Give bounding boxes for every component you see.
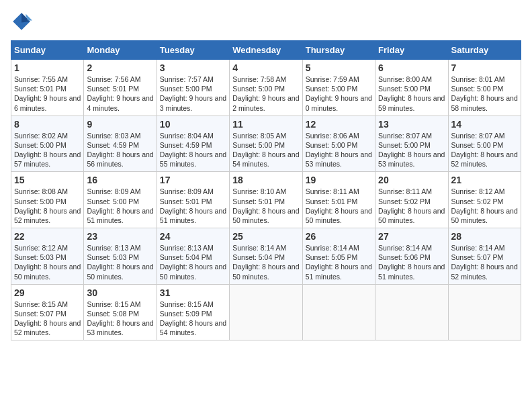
logo: [11, 11, 35, 32]
calendar-day-27: 27 Sunrise: 8:14 AM Sunset: 5:06 PM Dayl…: [375, 228, 448, 285]
day-number: 15: [14, 175, 81, 185]
day-number: 26: [306, 231, 372, 242]
day-info: Sunrise: 8:07 AM Sunset: 5:00 PM Dayligh…: [451, 131, 518, 169]
calendar-day-4: 4 Sunrise: 7:58 AM Sunset: 5:00 PM Dayli…: [230, 60, 302, 116]
day-info: Sunrise: 8:10 AM Sunset: 5:01 PM Dayligh…: [232, 187, 299, 225]
day-number: 29: [14, 287, 81, 298]
calendar-day-14: 14 Sunrise: 8:07 AM Sunset: 5:00 PM Dayl…: [448, 116, 521, 172]
day-number: 1: [14, 62, 81, 73]
calendar-day-10: 10 Sunrise: 8:04 AM Sunset: 4:59 PM Dayl…: [157, 116, 229, 172]
calendar-row: 22 Sunrise: 8:12 AM Sunset: 5:03 PM Dayl…: [11, 228, 521, 285]
column-header-saturday: Saturday: [448, 41, 521, 60]
day-info: Sunrise: 7:55 AM Sunset: 5:01 PM Dayligh…: [14, 75, 81, 113]
calendar-day-11: 11 Sunrise: 8:05 AM Sunset: 5:00 PM Dayl…: [230, 116, 302, 172]
day-info: Sunrise: 8:14 AM Sunset: 5:04 PM Dayligh…: [232, 243, 299, 281]
calendar-day-20: 20 Sunrise: 8:11 AM Sunset: 5:02 PM Dayl…: [375, 172, 448, 228]
day-number: 4: [232, 62, 299, 73]
day-number: 20: [378, 175, 445, 185]
day-number: 2: [87, 62, 153, 73]
day-info: Sunrise: 8:14 AM Sunset: 5:06 PM Dayligh…: [378, 243, 445, 281]
day-number: 28: [451, 231, 518, 242]
calendar-day-16: 16 Sunrise: 8:09 AM Sunset: 5:00 PM Dayl…: [84, 172, 157, 228]
day-info: Sunrise: 7:59 AM Sunset: 5:00 PM Dayligh…: [306, 75, 372, 113]
calendar-table: SundayMondayTuesdayWednesdayThursdayFrid…: [11, 40, 521, 340]
day-number: 19: [306, 175, 372, 185]
day-number: 27: [378, 231, 445, 242]
calendar-cell-empty: [302, 284, 375, 340]
day-number: 16: [87, 175, 153, 185]
calendar-day-23: 23 Sunrise: 8:13 AM Sunset: 5:03 PM Dayl…: [84, 228, 157, 285]
day-number: 21: [451, 175, 518, 185]
page-header: [11, 11, 521, 32]
day-number: 6: [378, 62, 445, 73]
day-info: Sunrise: 8:15 AM Sunset: 5:08 PM Dayligh…: [87, 300, 153, 338]
calendar-day-31: 31 Sunrise: 8:15 AM Sunset: 5:09 PM Dayl…: [157, 284, 229, 340]
day-info: Sunrise: 8:06 AM Sunset: 5:00 PM Dayligh…: [306, 131, 372, 169]
day-number: 22: [14, 231, 81, 242]
day-number: 11: [232, 119, 299, 130]
calendar-cell-empty: [448, 284, 521, 340]
calendar-body: 1 Sunrise: 7:55 AM Sunset: 5:01 PM Dayli…: [11, 60, 521, 340]
calendar-day-29: 29 Sunrise: 8:15 AM Sunset: 5:07 PM Dayl…: [11, 284, 84, 340]
calendar-day-21: 21 Sunrise: 8:12 AM Sunset: 5:02 PM Dayl…: [448, 172, 521, 228]
day-number: 10: [160, 119, 226, 130]
day-number: 5: [306, 62, 372, 73]
calendar-day-6: 6 Sunrise: 8:00 AM Sunset: 5:00 PM Dayli…: [375, 60, 448, 116]
calendar-day-30: 30 Sunrise: 8:15 AM Sunset: 5:08 PM Dayl…: [84, 284, 157, 340]
day-number: 3: [160, 62, 226, 73]
day-number: 30: [87, 287, 153, 298]
calendar-day-28: 28 Sunrise: 8:14 AM Sunset: 5:07 PM Dayl…: [448, 228, 521, 285]
day-info: Sunrise: 8:02 AM Sunset: 5:00 PM Dayligh…: [14, 131, 81, 169]
day-info: Sunrise: 8:00 AM Sunset: 5:00 PM Dayligh…: [378, 75, 445, 113]
day-info: Sunrise: 7:58 AM Sunset: 5:00 PM Dayligh…: [232, 75, 299, 113]
day-info: Sunrise: 8:04 AM Sunset: 4:59 PM Dayligh…: [160, 131, 226, 169]
calendar-cell-empty: [230, 284, 302, 340]
calendar-day-26: 26 Sunrise: 8:14 AM Sunset: 5:05 PM Dayl…: [302, 228, 375, 285]
calendar-day-3: 3 Sunrise: 7:57 AM Sunset: 5:00 PM Dayli…: [157, 60, 229, 116]
day-info: Sunrise: 8:11 AM Sunset: 5:02 PM Dayligh…: [378, 187, 445, 225]
column-header-friday: Friday: [375, 41, 448, 60]
calendar-day-5: 5 Sunrise: 7:59 AM Sunset: 5:00 PM Dayli…: [302, 60, 375, 116]
logo-icon: [11, 11, 32, 32]
day-info: Sunrise: 8:07 AM Sunset: 5:00 PM Dayligh…: [378, 131, 445, 169]
day-info: Sunrise: 8:03 AM Sunset: 4:59 PM Dayligh…: [87, 131, 153, 169]
calendar-cell-empty: [375, 284, 448, 340]
day-number: 14: [451, 119, 518, 130]
calendar-day-19: 19 Sunrise: 8:11 AM Sunset: 5:01 PM Dayl…: [302, 172, 375, 228]
day-info: Sunrise: 7:56 AM Sunset: 5:01 PM Dayligh…: [87, 75, 153, 113]
calendar-day-12: 12 Sunrise: 8:06 AM Sunset: 5:00 PM Dayl…: [302, 116, 375, 172]
calendar-day-9: 9 Sunrise: 8:03 AM Sunset: 4:59 PM Dayli…: [84, 116, 157, 172]
calendar-day-18: 18 Sunrise: 8:10 AM Sunset: 5:01 PM Dayl…: [230, 172, 302, 228]
day-info: Sunrise: 8:08 AM Sunset: 5:00 PM Dayligh…: [14, 187, 81, 225]
day-number: 25: [232, 231, 299, 242]
calendar-day-8: 8 Sunrise: 8:02 AM Sunset: 5:00 PM Dayli…: [11, 116, 84, 172]
calendar-day-15: 15 Sunrise: 8:08 AM Sunset: 5:00 PM Dayl…: [11, 172, 84, 228]
day-number: 24: [160, 231, 226, 242]
day-info: Sunrise: 8:15 AM Sunset: 5:07 PM Dayligh…: [14, 300, 81, 338]
day-info: Sunrise: 8:13 AM Sunset: 5:03 PM Dayligh…: [87, 243, 153, 281]
calendar-day-1: 1 Sunrise: 7:55 AM Sunset: 5:01 PM Dayli…: [11, 60, 84, 116]
day-number: 18: [232, 175, 299, 185]
day-info: Sunrise: 8:14 AM Sunset: 5:05 PM Dayligh…: [306, 243, 372, 281]
day-number: 8: [14, 119, 81, 130]
day-info: Sunrise: 8:01 AM Sunset: 5:00 PM Dayligh…: [451, 75, 518, 113]
day-info: Sunrise: 8:13 AM Sunset: 5:04 PM Dayligh…: [160, 243, 226, 281]
day-number: 31: [160, 287, 226, 298]
calendar-day-22: 22 Sunrise: 8:12 AM Sunset: 5:03 PM Dayl…: [11, 228, 84, 285]
day-number: 17: [160, 175, 226, 185]
calendar-day-25: 25 Sunrise: 8:14 AM Sunset: 5:04 PM Dayl…: [230, 228, 302, 285]
day-number: 9: [87, 119, 153, 130]
day-info: Sunrise: 8:05 AM Sunset: 5:00 PM Dayligh…: [232, 131, 299, 169]
column-header-thursday: Thursday: [302, 41, 375, 60]
calendar-day-2: 2 Sunrise: 7:56 AM Sunset: 5:01 PM Dayli…: [84, 60, 157, 116]
column-header-monday: Monday: [84, 41, 157, 60]
day-info: Sunrise: 7:57 AM Sunset: 5:00 PM Dayligh…: [160, 75, 226, 113]
day-info: Sunrise: 8:14 AM Sunset: 5:07 PM Dayligh…: [451, 243, 518, 281]
day-info: Sunrise: 8:11 AM Sunset: 5:01 PM Dayligh…: [306, 187, 372, 225]
column-header-wednesday: Wednesday: [230, 41, 302, 60]
calendar-row: 29 Sunrise: 8:15 AM Sunset: 5:07 PM Dayl…: [11, 284, 521, 340]
column-header-tuesday: Tuesday: [157, 41, 229, 60]
calendar-header-row: SundayMondayTuesdayWednesdayThursdayFrid…: [11, 41, 521, 60]
calendar-row: 8 Sunrise: 8:02 AM Sunset: 5:00 PM Dayli…: [11, 116, 521, 172]
day-number: 7: [451, 62, 518, 73]
